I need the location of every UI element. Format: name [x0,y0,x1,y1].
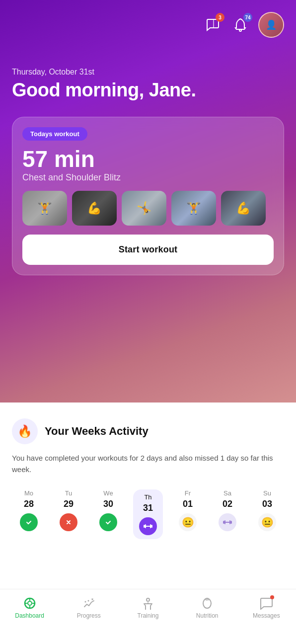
workout-duration: 57 min [22,148,274,170]
notifications-button[interactable]: 74 [230,15,250,35]
svg-rect-6 [151,525,152,528]
messages-nav-dot [270,595,274,599]
day-name-mo: Mo [24,489,33,497]
nav-dashboard[interactable]: Dashboard [15,596,45,619]
nav-label-progress: Progress [77,612,101,619]
activity-header: 🔥 Your Weeks Activity [12,418,284,444]
progress-svg [82,597,95,610]
avatar-image: 👤 [259,13,283,37]
day-tuesday[interactable]: Tu 29 [54,489,83,531]
svg-rect-11 [230,521,232,524]
day-icon-future-workout-sa [219,513,236,531]
nav-messages[interactable]: Messages [251,596,281,619]
day-friday[interactable]: Fr 01 😐 [173,489,203,531]
check-circle-icon-we [104,518,113,527]
nav-progress[interactable]: Progress [74,596,104,619]
svg-point-18 [147,598,149,601]
x-circle-icon [64,518,73,527]
day-num-03: 03 [262,499,272,509]
svg-point-0 [239,29,241,31]
top-bar: 3 74 👤 [12,0,284,38]
dumbbell-icon-sa [222,517,232,527]
dumbbell-icon-today [143,521,153,531]
exercise-thumb-4[interactable]: 🏋️ [171,191,216,226]
day-name-we: We [103,489,113,497]
nav-label-dashboard: Dashboard [15,612,44,619]
workout-card: Todays workout 57 min Chest and Shoulder… [12,117,284,275]
exercise-thumbnails: 🏋️ 💪 🤸 🏋️ 💪 [22,191,274,226]
exercise-thumb-3[interactable]: 🤸 [122,191,166,226]
day-num-29: 29 [64,499,74,509]
avatar-button[interactable]: 👤 [258,12,284,38]
nav-nutrition[interactable]: Nutrition [192,596,222,619]
start-workout-button[interactable]: Start workout [22,235,274,265]
notifications-badge: 74 [243,13,252,22]
svg-rect-7 [145,524,146,528]
day-num-30: 30 [103,499,113,509]
greeting-section: Thursday, October 31st Good morning, Jan… [12,68,284,101]
exercise-thumb-2[interactable]: 💪 [72,191,117,226]
nav-label-messages: Messages [253,612,280,619]
day-num-01: 01 [183,499,193,509]
messages-button[interactable]: 3 [203,15,222,35]
day-name-th: Th [144,493,151,501]
nav-training[interactable]: Training [133,596,163,619]
hero-section: 3 74 👤 Thursday, October 31st Good morni… [0,0,296,402]
svg-point-3 [104,518,112,526]
day-monday[interactable]: Mo 28 [14,489,44,531]
exercise-thumb-5[interactable]: 💪 [221,191,266,226]
svg-rect-10 [223,521,224,524]
day-name-sa: Sa [223,489,231,497]
nav-label-training: Training [138,612,159,619]
day-saturday[interactable]: Sa 02 [213,489,242,531]
nutrition-icon [200,596,214,610]
day-icon-future-fr: 😐 [179,513,197,531]
greeting-message: Good morning, Jane. [12,80,284,101]
day-name-tu: Tu [65,489,73,497]
thumb-figure-2: 💪 [72,191,117,226]
svg-point-1 [25,518,33,526]
week-calendar: Mo 28 Tu 29 We 30 [12,489,284,539]
fire-icon: 🔥 [17,424,32,438]
svg-rect-13 [229,520,230,524]
progress-icon [82,596,96,610]
activity-title: Your Weeks Activity [45,425,148,438]
check-circle-icon [24,518,33,527]
messages-badge: 3 [216,13,224,22]
today-badge: Todays workout [22,127,87,141]
thumb-figure-4: 🏋️ [171,191,216,226]
svg-point-15 [28,601,32,605]
day-thursday[interactable]: Th 31 [133,489,163,539]
training-icon [141,596,155,610]
activity-description: You have completed your workouts for 2 d… [12,452,284,476]
training-svg [142,597,154,610]
exercise-thumb-1[interactable]: 🏋️ [22,191,67,226]
day-name-su: Su [263,489,271,497]
greeting-date: Thursday, October 31st [12,68,284,77]
svg-rect-12 [224,520,225,524]
workout-title: Chest and Shoulder Blitz [22,172,274,183]
thumb-figure-1: 🏋️ [22,191,67,226]
day-icon-done-we [99,513,117,531]
messages-nav-icon [259,596,273,610]
nutrition-svg [201,597,214,610]
day-icon-today-th [139,517,157,535]
day-wednesday[interactable]: We 30 [93,489,123,531]
thumb-figure-5: 💪 [221,191,266,226]
day-icon-missed-tu [60,513,77,531]
svg-point-17 [87,600,89,601]
day-icon-future-su: 😐 [258,513,276,531]
day-icon-done-mo [20,513,38,531]
dashboard-icon [23,596,37,610]
day-num-28: 28 [24,499,34,509]
day-name-fr: Fr [185,489,191,497]
activity-section: 🔥 Your Weeks Activity You have completed… [0,402,296,549]
nav-label-nutrition: Nutrition [196,612,219,619]
day-num-02: 02 [222,499,232,509]
svg-point-16 [84,601,86,602]
dashboard-svg [23,597,36,610]
spacer [0,549,296,589]
thumb-figure-3: 🤸 [122,191,166,226]
svg-rect-8 [150,524,151,528]
day-sunday[interactable]: Su 03 😐 [252,489,282,531]
